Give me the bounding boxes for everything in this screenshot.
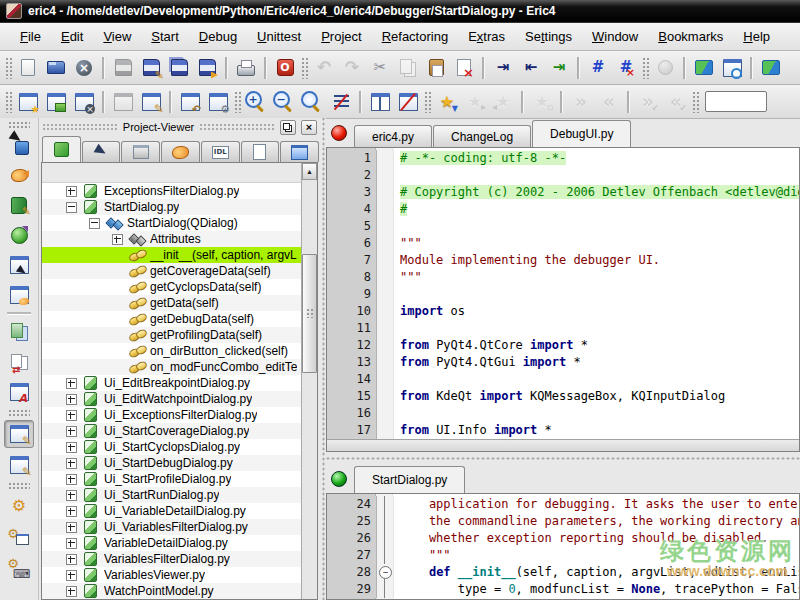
close-button[interactable] [70,55,98,81]
expander-icon[interactable] [66,474,77,485]
assistant-button[interactable] [5,192,33,218]
expander-icon[interactable] [66,538,77,549]
fold-margin[interactable] [377,564,394,581]
line-number[interactable]: 27 [327,547,377,564]
tab-translations[interactable] [161,141,200,162]
next-task-button[interactable] [567,89,595,115]
line-number[interactable]: 6 [327,235,377,252]
cut-button[interactable] [366,55,394,81]
tree-scrollbar[interactable] [301,163,317,599]
zoom-reset-button[interactable] [299,89,327,115]
zoom-in-button[interactable] [243,89,271,115]
delete-button[interactable] [450,55,478,81]
save-project-as-button[interactable] [137,89,165,115]
expander-icon[interactable] [66,506,77,517]
tab-resources[interactable] [121,141,160,162]
editor-tab[interactable]: eric4.py [354,125,432,147]
keyboard-shortcuts-button[interactable] [5,553,33,579]
unindent-button[interactable] [517,55,545,81]
code-text[interactable]: """ [394,269,799,286]
goto-line-button[interactable] [327,89,355,115]
code-text[interactable]: the commandline parameters, the working … [394,513,799,530]
tree-item[interactable]: StartDialog(QDialog) [42,215,301,231]
quit-button[interactable] [271,55,299,81]
code-text[interactable]: from PyQt4.QtCore import * [394,337,799,354]
fold-margin[interactable] [377,201,394,218]
menu-item[interactable]: Start [141,26,188,47]
line-number[interactable]: 2 [327,167,377,184]
tree-item[interactable]: Ui_StartRunDialog.py [42,487,301,503]
code-text[interactable]: from PyQt4.QtGui import * [394,354,799,371]
line-number[interactable]: 28 [327,564,377,581]
tree-item[interactable]: StartDialog.py [42,199,301,215]
open-project-button[interactable] [42,89,70,115]
menu-item[interactable]: Bookmarks [648,26,733,47]
tree-item[interactable]: Ui_VariablesFilterDialog.py [42,519,301,535]
code-text[interactable]: from KdeQt import KQMessageBox, KQInputD… [394,388,799,405]
prev-bookmark-button[interactable] [489,89,517,115]
tree-item[interactable]: VariablesViewer.py [42,567,301,583]
editor-tab[interactable]: DebugUI.py [532,120,631,147]
line-number[interactable]: 4 [327,201,377,218]
line-number[interactable]: 14 [327,371,377,388]
tree-item[interactable]: getDebugData(self) [42,311,301,327]
fold-margin[interactable] [377,547,394,564]
line-number[interactable]: 3 [327,184,377,201]
tree-item[interactable]: Ui_EditBreakpointDialog.py [42,375,301,391]
tree-item[interactable]: __init__(self, caption, argvL [42,247,301,263]
menu-item[interactable]: Settings [515,26,582,47]
close-panel-button[interactable] [301,120,317,135]
code-text[interactable]: # [394,201,799,218]
undo-button[interactable] [310,55,338,81]
configure-toolbars-button[interactable] [5,523,33,549]
expander-icon[interactable] [66,490,77,501]
code-text[interactable] [394,218,799,235]
line-number[interactable]: 17 [327,422,377,439]
tree-item[interactable]: Ui_StartCyclopsDialog.py [42,439,301,455]
quicksearch-entry[interactable] [705,91,767,112]
restore-session-button[interactable] [176,89,204,115]
expander-icon[interactable] [66,378,77,389]
tab-file-browser[interactable] [280,141,319,162]
expander-icon[interactable] [112,234,123,245]
fold-margin[interactable] [377,303,394,320]
tree-item[interactable]: Ui_StartProfileDialog.py [42,471,301,487]
code-text[interactable] [394,167,799,184]
paste-button[interactable] [422,55,450,81]
save-copy-button[interactable] [193,55,221,81]
fold-margin[interactable] [377,371,394,388]
tree-item[interactable]: VariablesFilterDialog.py [42,551,301,567]
fold-margin[interactable] [377,496,394,513]
tree-item[interactable]: getProfilingData(self) [42,327,301,343]
fold-margin[interactable] [377,269,394,286]
indent-button[interactable] [489,55,517,81]
fold-margin[interactable] [377,337,394,354]
tree-item[interactable]: Ui_StartCoverageDialog.py [42,423,301,439]
fold-margin[interactable] [377,513,394,530]
menu-item[interactable]: Unittest [247,26,311,47]
help-viewer-button[interactable] [5,222,33,248]
uncomment-button[interactable] [612,55,640,81]
menu-item[interactable]: Debug [189,26,247,47]
split-view-button[interactable] [366,89,394,115]
expander-icon[interactable] [66,186,77,197]
tree-item[interactable]: WatchPointModel.py [42,583,301,599]
line-number[interactable]: 1 [327,150,377,167]
menu-item[interactable]: Refactoring [372,26,458,47]
edit-profile-button[interactable] [4,420,34,448]
tree-item[interactable]: VariableDetailDialog.py [42,535,301,551]
fold-margin[interactable] [377,218,394,235]
tree-item[interactable]: Ui_ExceptionsFilterDialog.py [42,407,301,423]
fold-margin[interactable] [377,235,394,252]
search-in-files-button[interactable] [690,55,718,81]
line-number[interactable]: 29 [327,581,377,598]
line-number[interactable]: 24 [327,496,377,513]
prev-task-button[interactable] [595,89,623,115]
expander-icon[interactable] [66,202,77,213]
comment-button[interactable] [584,55,612,81]
code-text[interactable]: application for debugging. It asks the u… [394,496,799,513]
tab-sources[interactable] [42,136,81,162]
line-number[interactable]: 15 [327,388,377,405]
line-number[interactable]: 9 [327,286,377,303]
tree-item[interactable]: getCoverageData(self) [42,263,301,279]
